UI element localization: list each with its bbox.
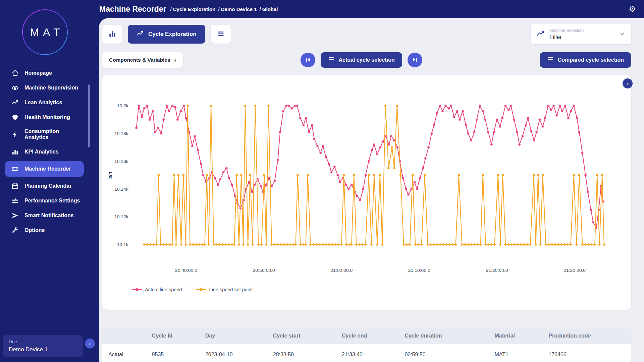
svg-text:10.12k: 10.12k: [114, 215, 128, 220]
table-header-cycle-end: Cycle end: [338, 328, 401, 344]
menu-icon: [328, 56, 335, 64]
sidebar-item-label: KPI Analytics: [24, 149, 59, 155]
breadcrumb-crumb[interactable]: / Global: [260, 6, 278, 12]
legend-line-speed-set-point[interactable]: Line speed set point: [196, 287, 253, 292]
cycle-table: Cycle Id Day Cycle start Cycle end Cycle…: [102, 328, 631, 362]
legend-label: Actual line speed: [145, 287, 182, 292]
sidebar-item-performance-settings[interactable]: Performance Settings: [0, 193, 90, 208]
compared-cycle-selection-label: Compared cycle selection: [558, 57, 624, 63]
gear-icon: ⚙: [629, 4, 636, 13]
svg-text:21:00:00.0: 21:00:00.0: [330, 268, 353, 273]
sidebar-item-planning-calendar[interactable]: Planning Calendar: [0, 179, 90, 193]
sidebar-item-label: Consumption Analytics: [24, 128, 83, 141]
line-speed-chart-card: ‹ 10.2k10.18k10.16k10.14k10.12k10.1k20:4…: [102, 75, 631, 310]
breadcrumb-crumb[interactable]: / Demo Device 1: [218, 6, 257, 12]
recorder-icon: [11, 165, 19, 173]
svg-text:10.16k: 10.16k: [114, 159, 128, 164]
sidebar-item-kpi-analytics[interactable]: KPI Analytics: [0, 144, 90, 159]
menu-icon: [547, 56, 554, 64]
toolbar-row-1: Cycle Exploration Machine Selection Fill…: [102, 24, 631, 44]
compared-cycle-selection-button[interactable]: Compared cycle selection: [540, 52, 631, 68]
legend-dot: [200, 288, 202, 291]
chart-collapse-button[interactable]: ‹: [623, 78, 633, 88]
bar-chart-icon: [108, 30, 116, 39]
app-logo[interactable]: MAT: [22, 9, 68, 55]
trend-line-icon: [537, 29, 545, 39]
table-header-cycle-id: Cycle Id: [148, 328, 201, 344]
legend-actual-line-speed[interactable]: Actual line speed: [132, 287, 182, 292]
sidebar-item-smart-notifications[interactable]: Smart Notifications: [0, 208, 90, 223]
sidebar-collapse-button[interactable]: ‹: [85, 339, 95, 349]
machine-selection-dropdown[interactable]: Machine Selection Filler: [531, 24, 631, 44]
sidebar-nav: Homepage Machine Supervision Lean Analyt…: [0, 66, 90, 238]
chart-legend: Actual line speed Line speed set point: [132, 287, 627, 292]
page-title: Machine Recorder: [99, 5, 166, 14]
app-logo-text: MAT: [26, 26, 64, 39]
sidebar-item-label: Options: [24, 227, 45, 233]
actual-cycle-selection-button[interactable]: Actual cycle selection: [321, 52, 402, 68]
table-header-production-code: Production code: [544, 328, 631, 344]
main-content: Cycle Exploration Machine Selection Fill…: [99, 18, 644, 362]
cell-cycle-duration: 00:59:50: [400, 344, 490, 362]
svg-text:20:50:00.0: 20:50:00.0: [253, 268, 275, 273]
svg-text:10.1k: 10.1k: [117, 242, 128, 247]
cycle-exploration-tab[interactable]: Cycle Exploration: [128, 25, 205, 44]
cell-cycle-end: 21:33:40: [338, 344, 401, 362]
sidebar-item-lean-analytics[interactable]: Lean Analytics: [0, 95, 90, 110]
settings-gear-button[interactable]: ⚙: [629, 4, 636, 14]
toolbar-row-2: Components & Variables › Actual cycle se…: [102, 52, 631, 68]
sidebar-item-options[interactable]: Options: [0, 223, 90, 238]
sliders-icon: [11, 197, 19, 204]
svg-text:21:20:00.0: 21:20:00.0: [486, 268, 508, 273]
sidebar-item-label: Machine Supervision: [24, 85, 78, 91]
skip-previous-icon: [305, 57, 311, 63]
sidebar: MAT Homepage Machine Supervision Lean An…: [0, 0, 90, 362]
calendar-icon: [11, 182, 19, 190]
menu-icon: [217, 30, 224, 39]
heart-icon: [11, 114, 19, 121]
cycle-table-card: Cycle Id Day Cycle start Cycle end Cycle…: [102, 328, 631, 362]
skip-next-icon: [412, 57, 418, 63]
table-header-material: Material: [490, 328, 544, 344]
sidebar-item-label: Lean Analytics: [24, 100, 62, 106]
chart-view-button[interactable]: [102, 25, 122, 44]
svg-text:10.2k: 10.2k: [117, 103, 128, 108]
sidebar-item-label: Homepage: [24, 70, 52, 76]
sidebar-item-consumption-analytics[interactable]: Consumption Analytics: [0, 125, 90, 144]
actual-cycle-selection-label: Actual cycle selection: [339, 57, 395, 63]
menu-view-button[interactable]: [211, 25, 231, 44]
cycle-exploration-label: Cycle Exploration: [148, 31, 197, 38]
line-selector-value: Demo Device 1: [9, 346, 77, 353]
line-selector-label: Line: [9, 339, 77, 344]
sidebar-item-machine-supervision[interactable]: Machine Supervision: [0, 80, 90, 95]
chevron-left-icon: ‹: [627, 80, 629, 86]
breadcrumb: / Cycle Exploration / Demo Device 1 / Gl…: [170, 6, 278, 12]
line-selector-card[interactable]: Line Demo Device 1: [3, 335, 83, 357]
components-variables-button[interactable]: Components & Variables ›: [102, 52, 183, 68]
next-cycle-button[interactable]: [408, 53, 422, 67]
table-header-cycle-start: Cycle start: [269, 328, 338, 344]
sidebar-item-homepage[interactable]: Homepage: [0, 66, 90, 80]
eye-icon: [11, 84, 19, 92]
previous-cycle-button[interactable]: [301, 53, 315, 67]
bar-chart-icon: [11, 148, 19, 156]
sidebar-item-label: Machine Recorder: [24, 166, 71, 172]
breadcrumb-crumb[interactable]: / Cycle Exploration: [170, 6, 215, 12]
table-header-day: Day: [201, 328, 269, 344]
chevron-right-icon: ›: [174, 57, 176, 64]
wrench-icon: [11, 227, 19, 234]
line-chart[interactable]: 10.2k10.18k10.16k10.14k10.12k10.1k20:40:…: [105, 86, 627, 281]
cell-day: 2023-04-10: [201, 344, 269, 362]
table-row-actual[interactable]: Actual 9535 2023-04-10 20:33:50 21:33:40…: [102, 344, 631, 362]
legend-label: Line speed set point: [209, 287, 253, 292]
machine-selection-label: Machine Selection: [549, 28, 584, 33]
cell-production-code: 176406: [544, 344, 631, 362]
sidebar-scrollbar[interactable]: [88, 84, 90, 147]
svg-text:10.14k: 10.14k: [114, 187, 128, 192]
sidebar-item-machine-recorder[interactable]: Machine Recorder: [5, 161, 84, 177]
sidebar-item-health-monitoring[interactable]: Health Monitoring: [0, 110, 90, 125]
svg-text:b/h: b/h: [107, 172, 113, 179]
svg-text:20:40:00.0: 20:40:00.0: [175, 268, 197, 273]
cell-row-label: Actual: [102, 344, 148, 362]
table-header-row: Cycle Id Day Cycle start Cycle end Cycle…: [102, 328, 631, 344]
